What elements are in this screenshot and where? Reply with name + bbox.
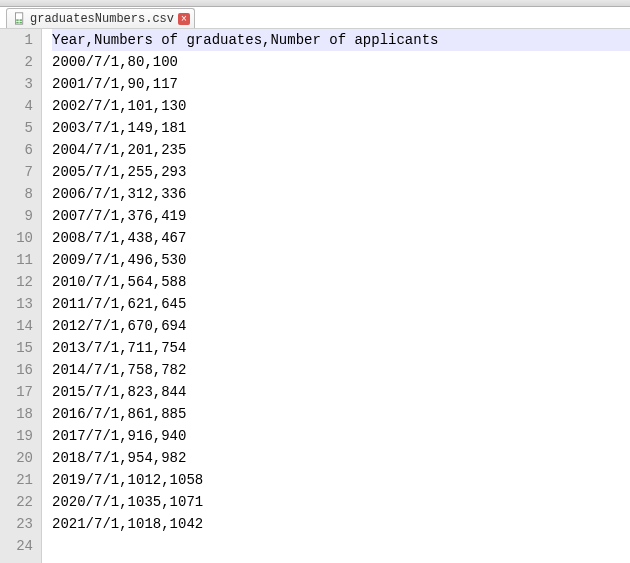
- editor-line[interactable]: 2016/7/1,861,885: [52, 403, 630, 425]
- line-number: 7: [0, 161, 33, 183]
- editor-line[interactable]: Year,Numbers of graduates,Number of appl…: [52, 29, 630, 51]
- line-number: 18: [0, 403, 33, 425]
- line-number: 10: [0, 227, 33, 249]
- editor-line[interactable]: 2013/7/1,711,754: [52, 337, 630, 359]
- line-number: 20: [0, 447, 33, 469]
- file-icon: [13, 12, 26, 25]
- editor-line[interactable]: 2011/7/1,621,645: [52, 293, 630, 315]
- editor-content[interactable]: Year,Numbers of graduates,Number of appl…: [42, 29, 630, 563]
- line-number: 13: [0, 293, 33, 315]
- line-number: 5: [0, 117, 33, 139]
- line-number: 12: [0, 271, 33, 293]
- line-number: 16: [0, 359, 33, 381]
- editor-line[interactable]: 2002/7/1,101,130: [52, 95, 630, 117]
- line-number: 11: [0, 249, 33, 271]
- editor[interactable]: 123456789101112131415161718192021222324 …: [0, 29, 630, 563]
- editor-line[interactable]: 2006/7/1,312,336: [52, 183, 630, 205]
- editor-line[interactable]: 2003/7/1,149,181: [52, 117, 630, 139]
- line-number: 14: [0, 315, 33, 337]
- editor-line[interactable]: 2007/7/1,376,419: [52, 205, 630, 227]
- line-number: 22: [0, 491, 33, 513]
- tab-bar: graduatesNumbers.csv ×: [0, 7, 630, 29]
- line-number: 15: [0, 337, 33, 359]
- line-number-gutter: 123456789101112131415161718192021222324: [0, 29, 42, 563]
- line-number: 9: [0, 205, 33, 227]
- line-number: 6: [0, 139, 33, 161]
- editor-line[interactable]: 2008/7/1,438,467: [52, 227, 630, 249]
- tab-filename: graduatesNumbers.csv: [30, 12, 174, 26]
- svg-rect-4: [20, 22, 22, 24]
- svg-rect-1: [16, 19, 18, 21]
- line-number: 23: [0, 513, 33, 535]
- editor-line[interactable]: 2000/7/1,80,100: [52, 51, 630, 73]
- line-number: 8: [0, 183, 33, 205]
- svg-rect-2: [20, 19, 22, 21]
- editor-line[interactable]: 2021/7/1,1018,1042: [52, 513, 630, 535]
- editor-line[interactable]: 2009/7/1,496,530: [52, 249, 630, 271]
- line-number: 1: [0, 29, 33, 51]
- editor-line[interactable]: 2001/7/1,90,117: [52, 73, 630, 95]
- editor-line[interactable]: 2010/7/1,564,588: [52, 271, 630, 293]
- editor-line[interactable]: 2020/7/1,1035,1071: [52, 491, 630, 513]
- editor-line[interactable]: 2005/7/1,255,293: [52, 161, 630, 183]
- editor-line[interactable]: 2015/7/1,823,844: [52, 381, 630, 403]
- editor-line[interactable]: 2012/7/1,670,694: [52, 315, 630, 337]
- editor-line[interactable]: [52, 535, 630, 557]
- editor-line[interactable]: 2018/7/1,954,982: [52, 447, 630, 469]
- editor-line[interactable]: 2017/7/1,916,940: [52, 425, 630, 447]
- close-icon[interactable]: ×: [178, 13, 190, 25]
- editor-line[interactable]: 2014/7/1,758,782: [52, 359, 630, 381]
- editor-line[interactable]: 2019/7/1,1012,1058: [52, 469, 630, 491]
- line-number: 24: [0, 535, 33, 557]
- line-number: 2: [0, 51, 33, 73]
- svg-rect-3: [16, 22, 18, 24]
- line-number: 4: [0, 95, 33, 117]
- line-number: 17: [0, 381, 33, 403]
- toolbar: [0, 0, 630, 7]
- line-number: 21: [0, 469, 33, 491]
- file-tab[interactable]: graduatesNumbers.csv ×: [6, 8, 195, 28]
- line-number: 19: [0, 425, 33, 447]
- editor-line[interactable]: 2004/7/1,201,235: [52, 139, 630, 161]
- line-number: 3: [0, 73, 33, 95]
